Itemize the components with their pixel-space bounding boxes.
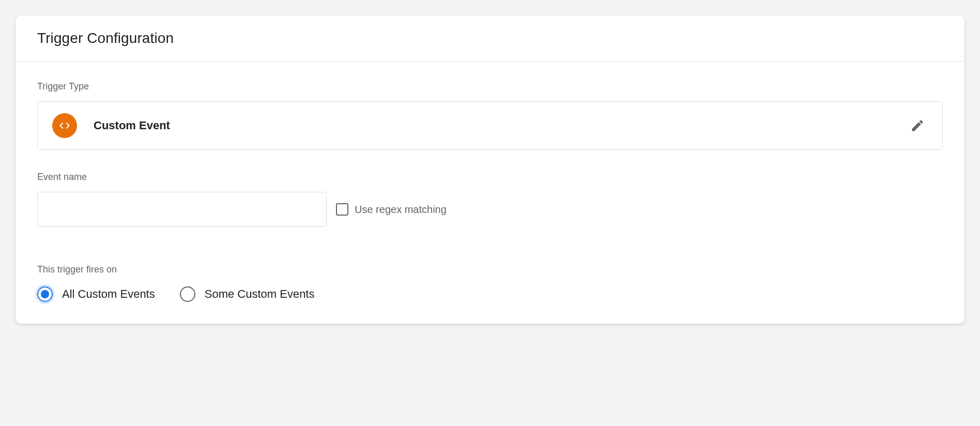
pencil-icon [910, 118, 925, 133]
fires-on-section: This trigger fires on All Custom Events … [37, 264, 943, 302]
radio-all-label: All Custom Events [62, 287, 155, 301]
regex-checkbox[interactable]: Use regex matching [336, 203, 447, 216]
radio-all-custom-events[interactable]: All Custom Events [37, 286, 155, 302]
radio-some-label: Some Custom Events [205, 287, 315, 301]
checkbox-icon [336, 203, 348, 216]
regex-checkbox-label: Use regex matching [355, 204, 447, 216]
trigger-type-label: Trigger Type [37, 81, 943, 92]
fires-on-label: This trigger fires on [37, 264, 943, 275]
trigger-config-card: Trigger Configuration Trigger Type Custo… [16, 16, 964, 324]
edit-trigger-type-button[interactable] [907, 115, 928, 136]
event-name-row: Use regex matching [37, 192, 943, 227]
event-name-input[interactable] [37, 192, 327, 227]
trigger-type-selector[interactable]: Custom Event [37, 101, 943, 150]
card-title: Trigger Configuration [37, 30, 943, 47]
trigger-type-name: Custom Event [94, 119, 170, 132]
card-header: Trigger Configuration [16, 16, 964, 62]
radio-unchecked-icon [180, 286, 195, 302]
radio-some-custom-events[interactable]: Some Custom Events [180, 286, 315, 302]
fires-on-radio-group: All Custom Events Some Custom Events [37, 286, 943, 302]
event-name-label: Event name [37, 172, 943, 182]
radio-checked-icon [37, 286, 53, 302]
code-icon [52, 113, 77, 138]
trigger-type-left: Custom Event [52, 113, 170, 138]
card-body: Trigger Type Custom Event Event name Use… [16, 62, 964, 324]
event-name-section: Event name Use regex matching [37, 172, 943, 227]
